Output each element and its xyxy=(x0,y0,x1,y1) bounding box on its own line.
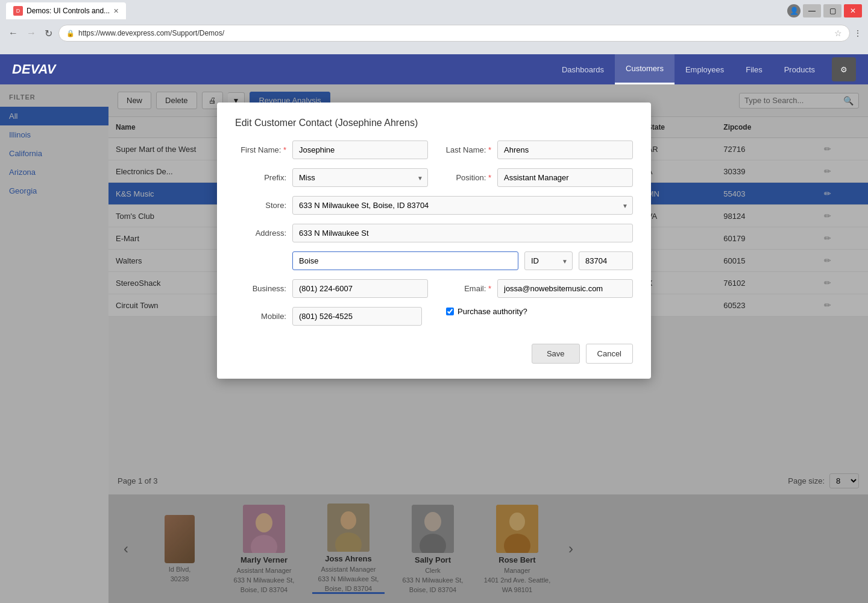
app-nav: Dashboards Customers Employees Files Pro… xyxy=(551,54,826,84)
form-row-mobile-purchase: Mobile: Purchase authority? xyxy=(235,307,633,326)
form-group-prefix: Prefix: Miss Mr. Mrs. Dr. xyxy=(235,168,428,187)
back-btn[interactable]: ← xyxy=(6,25,20,41)
mobile-label: Mobile: xyxy=(235,312,286,321)
form-group-lastname: Last Name: * xyxy=(440,140,633,159)
purchase-authority-label: Purchase authority? xyxy=(458,307,527,316)
purchase-authority-checkbox[interactable] xyxy=(446,308,454,315)
address-label: Address: xyxy=(235,229,286,238)
browser-chrome: D Demos: UI Controls and... ✕ 👤 — ▢ ✕ ← … xyxy=(0,0,868,54)
store-select[interactable]: 633 N Milwaukee St, Boise, ID 83704 xyxy=(292,196,633,215)
form-group-mobile: Mobile: xyxy=(235,307,422,326)
store-select-wrapper: 633 N Milwaukee St, Boise, ID 83704 xyxy=(292,196,633,215)
address-bar[interactable]: 🔒 https://www.devexpress.com/Support/Dem… xyxy=(58,25,850,42)
nav-dashboards[interactable]: Dashboards xyxy=(551,54,615,84)
dialog-title: Edit Customer Contact (Josephine Ahrens) xyxy=(235,118,633,128)
form-group-business: Business: xyxy=(235,279,428,298)
browser-titlebar: D Demos: UI Controls and... ✕ 👤 — ▢ ✕ xyxy=(0,0,868,22)
prefix-label: Prefix: xyxy=(235,173,286,182)
form-group-firstname: First Name: * xyxy=(235,140,428,159)
mobile-input[interactable] xyxy=(292,307,422,326)
account-icon[interactable]: 👤 xyxy=(787,4,800,17)
tab-favicon: D xyxy=(13,6,23,16)
store-label: Store: xyxy=(235,201,286,210)
forward-btn[interactable]: → xyxy=(24,25,39,41)
nav-customers[interactable]: Customers xyxy=(615,54,675,84)
browser-menu-btn[interactable]: ⋮ xyxy=(854,28,862,38)
form-row-address: Address: xyxy=(235,224,633,242)
close-btn[interactable]: ✕ xyxy=(844,4,862,17)
modal-overlay: Edit Customer Contact (Josephine Ahrens)… xyxy=(0,84,868,603)
main-layout: FILTER All Illinois California Arizona G… xyxy=(0,84,868,603)
email-input[interactable] xyxy=(497,279,633,298)
minimize-btn[interactable]: — xyxy=(803,4,821,17)
form-row-city-state-zip: ID AL AK AZ CA IL xyxy=(292,251,633,270)
nav-employees[interactable]: Employees xyxy=(675,54,735,84)
purchase-authority-row: Purchase authority? xyxy=(446,307,527,316)
tab-close-btn[interactable]: ✕ xyxy=(113,7,119,15)
state-select-wrapper: ID AL AK AZ CA IL xyxy=(524,251,573,270)
business-label: Business: xyxy=(235,284,286,293)
maximize-btn[interactable]: ▢ xyxy=(823,4,841,17)
browser-toolbar: ← → ↻ 🔒 https://www.devexpress.com/Suppo… xyxy=(0,22,868,45)
refresh-btn[interactable]: ↻ xyxy=(42,25,55,42)
form-row-1: First Name: * Last Name: * xyxy=(235,140,633,159)
form-row-2: Prefix: Miss Mr. Mrs. Dr. Position: * xyxy=(235,168,633,187)
address-input[interactable] xyxy=(292,224,633,242)
form-group-purchase: Purchase authority? xyxy=(434,307,633,316)
bookmark-btn[interactable]: ☆ xyxy=(834,28,842,38)
prefix-select[interactable]: Miss Mr. Mrs. Dr. xyxy=(292,168,428,187)
email-label: Email: * xyxy=(440,284,491,293)
lastname-required: * xyxy=(488,145,491,154)
nav-products[interactable]: Products xyxy=(773,54,826,84)
form-group-address: Address: xyxy=(235,224,633,242)
edit-contact-dialog: Edit Customer Contact (Josephine Ahrens)… xyxy=(217,103,651,379)
city-input[interactable] xyxy=(292,251,518,270)
firstname-input[interactable] xyxy=(292,140,428,159)
firstname-label: First Name: * xyxy=(235,145,286,154)
form-group-email: Email: * xyxy=(440,279,633,298)
position-label: Position: * xyxy=(440,173,491,182)
form-row-store: Store: 633 N Milwaukee St, Boise, ID 837… xyxy=(235,196,633,215)
cancel-button[interactable]: Cancel xyxy=(586,344,633,364)
position-input[interactable] xyxy=(497,168,633,187)
position-required: * xyxy=(488,173,491,182)
settings-btn[interactable]: ⚙ xyxy=(832,57,856,81)
new-tab-area xyxy=(131,2,203,19)
form-row-business-email: Business: Email: * xyxy=(235,279,633,298)
state-select[interactable]: ID AL AK AZ CA IL xyxy=(524,251,573,270)
lastname-input[interactable] xyxy=(497,140,633,159)
email-required: * xyxy=(488,284,491,293)
browser-tab[interactable]: D Demos: UI Controls and... ✕ xyxy=(6,2,126,19)
form-group-position: Position: * xyxy=(440,168,633,187)
business-input[interactable] xyxy=(292,279,428,298)
prefix-select-wrapper: Miss Mr. Mrs. Dr. xyxy=(292,168,428,187)
save-button[interactable]: Save xyxy=(532,344,580,364)
secure-icon: 🔒 xyxy=(66,30,75,37)
nav-files[interactable]: Files xyxy=(735,54,773,84)
app-header: DEVAV Dashboards Customers Employees Fil… xyxy=(0,54,868,84)
window-controls: 👤 — ▢ ✕ xyxy=(787,4,862,17)
dialog-footer: Save Cancel xyxy=(235,338,633,364)
app-logo: DEVAV xyxy=(12,62,56,77)
lastname-label: Last Name: * xyxy=(440,145,491,154)
firstname-required: * xyxy=(283,145,286,154)
tab-title: Demos: UI Controls and... xyxy=(27,7,110,15)
zip-input[interactable] xyxy=(579,251,633,270)
url-text: https://www.devexpress.com/Support/Demos… xyxy=(78,29,831,37)
